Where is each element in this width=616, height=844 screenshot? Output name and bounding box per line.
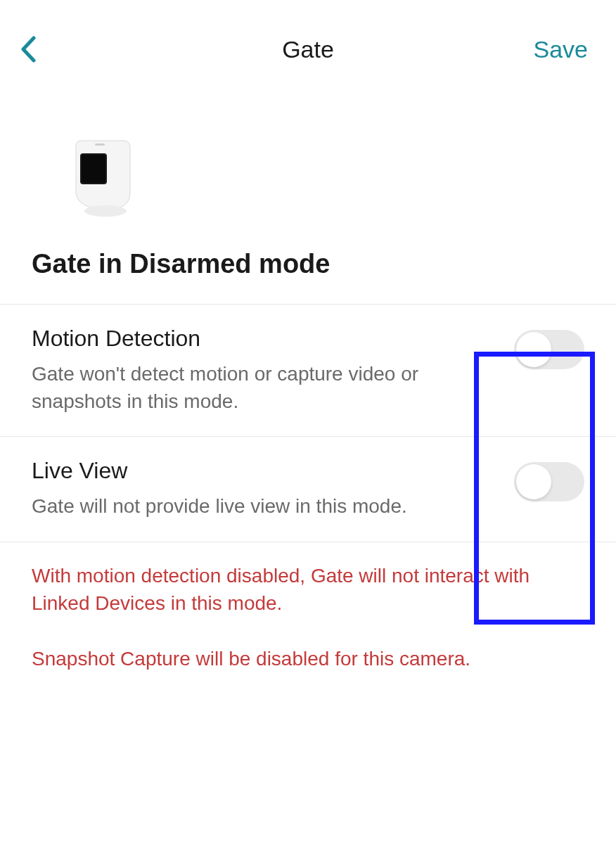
live-view-toggle[interactable] bbox=[514, 462, 584, 501]
back-button[interactable] bbox=[14, 35, 42, 63]
toggle-knob bbox=[516, 332, 551, 367]
motion-detection-toggle[interactable] bbox=[514, 330, 584, 369]
svg-point-0 bbox=[84, 205, 127, 217]
live-view-row: Live View Gate will not provide live vie… bbox=[0, 437, 616, 542]
chevron-left-icon bbox=[20, 36, 36, 63]
save-button[interactable]: Save bbox=[534, 36, 589, 63]
linked-devices-warning: With motion detection disabled, Gate wil… bbox=[32, 562, 584, 617]
motion-detection-title: Motion Detection bbox=[32, 326, 486, 352]
device-image bbox=[56, 127, 616, 228]
header: Gate Save bbox=[0, 0, 616, 84]
motion-detection-row: Motion Detection Gate won't detect motio… bbox=[0, 305, 616, 437]
svg-rect-3 bbox=[95, 143, 105, 146]
snapshot-warning: Snapshot Capture will be disabled for th… bbox=[32, 645, 584, 672]
motion-detection-desc: Gate won't detect motion or capture vide… bbox=[32, 360, 486, 415]
motion-detection-text: Motion Detection Gate won't detect motio… bbox=[32, 326, 514, 415]
svg-rect-2 bbox=[82, 155, 105, 183]
live-view-text: Live View Gate will not provide live vie… bbox=[32, 458, 514, 520]
settings-section: Motion Detection Gate won't detect motio… bbox=[0, 304, 616, 542]
warnings-section: With motion detection disabled, Gate wil… bbox=[0, 542, 616, 721]
camera-icon bbox=[56, 127, 155, 225]
page-title: Gate bbox=[282, 36, 334, 63]
toggle-knob bbox=[516, 464, 551, 499]
live-view-desc: Gate will not provide live view in this … bbox=[32, 492, 486, 520]
live-view-title: Live View bbox=[32, 458, 486, 484]
mode-title: Gate in Disarmed mode bbox=[32, 249, 616, 279]
